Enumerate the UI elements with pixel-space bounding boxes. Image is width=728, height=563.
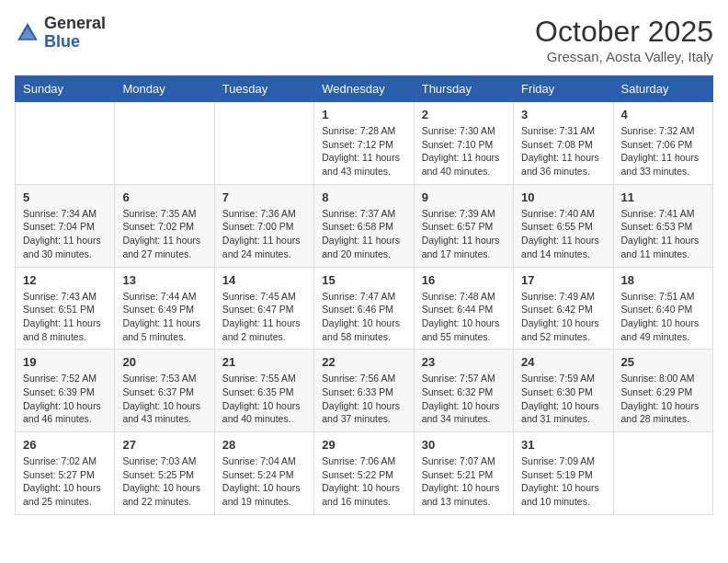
day-info: Sunrise: 7:47 AMSunset: 6:46 PMDaylight:…	[322, 290, 405, 344]
calendar-cell: 4Sunrise: 7:32 AMSunset: 7:06 PMDaylight…	[613, 102, 712, 185]
day-of-week-header: Sunday	[16, 76, 115, 102]
day-info: Sunrise: 7:40 AMSunset: 6:55 PMDaylight:…	[521, 207, 605, 261]
calendar-cell	[214, 102, 313, 185]
day-number: 3	[521, 108, 605, 121]
day-info: Sunrise: 7:28 AMSunset: 7:12 PMDaylight:…	[322, 124, 405, 178]
calendar-cell: 10Sunrise: 7:40 AMSunset: 6:55 PMDayligh…	[514, 184, 613, 267]
calendar-cell: 12Sunrise: 7:43 AMSunset: 6:51 PMDayligh…	[16, 267, 115, 350]
day-number: 19	[23, 355, 107, 369]
logo-blue: Blue	[44, 32, 80, 51]
calendar-cell: 7Sunrise: 7:36 AMSunset: 7:00 PMDaylight…	[214, 184, 313, 267]
calendar-cell: 19Sunrise: 7:52 AMSunset: 6:39 PMDayligh…	[16, 350, 115, 432]
day-number: 14	[222, 273, 306, 287]
day-number: 26	[23, 438, 107, 452]
calendar-cell: 8Sunrise: 7:37 AMSunset: 6:58 PMDaylight…	[314, 184, 414, 267]
calendar-cell: 13Sunrise: 7:44 AMSunset: 6:49 PMDayligh…	[115, 267, 214, 350]
day-number: 24	[521, 355, 605, 369]
month-title: October 2025	[535, 15, 713, 49]
day-info: Sunrise: 7:59 AMSunset: 6:30 PMDaylight:…	[521, 372, 605, 426]
calendar-cell: 24Sunrise: 7:59 AMSunset: 6:30 PMDayligh…	[514, 350, 613, 432]
day-number: 21	[222, 355, 306, 369]
day-info: Sunrise: 7:45 AMSunset: 6:47 PMDaylight:…	[222, 290, 306, 344]
logo: General Blue	[15, 15, 106, 52]
day-number: 20	[122, 355, 206, 369]
day-info: Sunrise: 7:39 AMSunset: 6:57 PMDaylight:…	[422, 207, 506, 261]
day-info: Sunrise: 7:52 AMSunset: 6:39 PMDaylight:…	[23, 372, 107, 426]
title-block: October 2025 Gressan, Aosta Valley, Ital…	[535, 15, 713, 64]
day-number: 9	[422, 190, 506, 204]
day-of-week-header: Monday	[115, 76, 214, 102]
calendar-cell: 27Sunrise: 7:03 AMSunset: 5:25 PMDayligh…	[115, 432, 214, 515]
calendar-cell: 26Sunrise: 7:02 AMSunset: 5:27 PMDayligh…	[16, 432, 115, 515]
calendar-cell: 3Sunrise: 7:31 AMSunset: 7:08 PMDaylight…	[514, 102, 613, 185]
day-number: 4	[621, 108, 705, 121]
calendar-cell: 22Sunrise: 7:56 AMSunset: 6:33 PMDayligh…	[314, 350, 414, 432]
calendar-cell: 16Sunrise: 7:48 AMSunset: 6:44 PMDayligh…	[414, 267, 513, 350]
calendar-cell: 11Sunrise: 7:41 AMSunset: 6:53 PMDayligh…	[613, 184, 712, 267]
calendar-week-row: 1Sunrise: 7:28 AMSunset: 7:12 PMDaylight…	[16, 102, 713, 185]
day-info: Sunrise: 7:32 AMSunset: 7:06 PMDaylight:…	[621, 124, 705, 178]
day-number: 6	[122, 190, 206, 204]
day-number: 12	[23, 273, 107, 287]
day-info: Sunrise: 7:31 AMSunset: 7:08 PMDaylight:…	[521, 124, 605, 178]
day-info: Sunrise: 7:06 AMSunset: 5:22 PMDaylight:…	[322, 454, 405, 509]
calendar-table: SundayMondayTuesdayWednesdayThursdayFrid…	[15, 75, 713, 515]
calendar-week-row: 19Sunrise: 7:52 AMSunset: 6:39 PMDayligh…	[16, 350, 713, 432]
day-number: 13	[122, 273, 206, 287]
page-header: General Blue October 2025 Gressan, Aosta…	[15, 15, 713, 64]
day-number: 11	[621, 190, 705, 204]
day-number: 28	[222, 438, 306, 452]
day-number: 18	[621, 273, 705, 287]
day-number: 10	[521, 190, 605, 204]
day-info: Sunrise: 7:36 AMSunset: 7:00 PMDaylight:…	[222, 207, 306, 261]
calendar-week-row: 26Sunrise: 7:02 AMSunset: 5:27 PMDayligh…	[16, 432, 713, 515]
day-number: 5	[23, 190, 107, 204]
logo-icon	[15, 20, 40, 46]
day-info: Sunrise: 7:41 AMSunset: 6:53 PMDaylight:…	[621, 207, 705, 261]
calendar-cell: 30Sunrise: 7:07 AMSunset: 5:21 PMDayligh…	[414, 432, 513, 515]
calendar-cell: 15Sunrise: 7:47 AMSunset: 6:46 PMDayligh…	[314, 267, 414, 350]
day-number: 1	[322, 108, 405, 121]
calendar-cell: 5Sunrise: 7:34 AMSunset: 7:04 PMDaylight…	[16, 184, 115, 267]
day-info: Sunrise: 7:37 AMSunset: 6:58 PMDaylight:…	[322, 207, 405, 261]
day-number: 15	[322, 273, 405, 287]
calendar-header-row: SundayMondayTuesdayWednesdayThursdayFrid…	[16, 76, 713, 102]
day-number: 30	[422, 438, 506, 452]
day-of-week-header: Tuesday	[214, 76, 313, 102]
day-number: 17	[521, 273, 605, 287]
day-info: Sunrise: 7:30 AMSunset: 7:10 PMDaylight:…	[422, 124, 506, 178]
day-info: Sunrise: 7:55 AMSunset: 6:35 PMDaylight:…	[222, 372, 306, 426]
calendar-cell: 25Sunrise: 8:00 AMSunset: 6:29 PMDayligh…	[613, 350, 712, 432]
day-of-week-header: Thursday	[414, 76, 513, 102]
day-number: 31	[521, 438, 605, 452]
day-number: 25	[621, 355, 705, 369]
day-info: Sunrise: 7:35 AMSunset: 7:02 PMDaylight:…	[122, 207, 206, 261]
day-number: 27	[122, 438, 206, 452]
calendar-cell: 23Sunrise: 7:57 AMSunset: 6:32 PMDayligh…	[414, 350, 513, 432]
calendar-cell: 14Sunrise: 7:45 AMSunset: 6:47 PMDayligh…	[214, 267, 313, 350]
day-info: Sunrise: 8:00 AMSunset: 6:29 PMDaylight:…	[621, 372, 705, 426]
day-info: Sunrise: 7:48 AMSunset: 6:44 PMDaylight:…	[422, 290, 506, 344]
calendar-cell: 18Sunrise: 7:51 AMSunset: 6:40 PMDayligh…	[613, 267, 712, 350]
day-number: 29	[322, 438, 405, 452]
calendar-cell: 1Sunrise: 7:28 AMSunset: 7:12 PMDaylight…	[314, 102, 414, 185]
day-info: Sunrise: 7:56 AMSunset: 6:33 PMDaylight:…	[322, 372, 405, 426]
location-subtitle: Gressan, Aosta Valley, Italy	[535, 49, 713, 64]
calendar-cell: 20Sunrise: 7:53 AMSunset: 6:37 PMDayligh…	[115, 350, 214, 432]
day-number: 8	[322, 190, 405, 204]
day-number: 22	[322, 355, 405, 369]
day-info: Sunrise: 7:53 AMSunset: 6:37 PMDaylight:…	[122, 372, 206, 426]
calendar-body: 1Sunrise: 7:28 AMSunset: 7:12 PMDaylight…	[16, 102, 713, 515]
calendar-cell	[115, 102, 214, 185]
day-info: Sunrise: 7:57 AMSunset: 6:32 PMDaylight:…	[422, 372, 506, 426]
day-info: Sunrise: 7:03 AMSunset: 5:25 PMDaylight:…	[122, 454, 206, 509]
day-info: Sunrise: 7:02 AMSunset: 5:27 PMDaylight:…	[23, 454, 107, 509]
day-info: Sunrise: 7:43 AMSunset: 6:51 PMDaylight:…	[23, 290, 107, 344]
day-info: Sunrise: 7:07 AMSunset: 5:21 PMDaylight:…	[422, 454, 506, 509]
day-of-week-header: Wednesday	[314, 76, 414, 102]
calendar-cell: 2Sunrise: 7:30 AMSunset: 7:10 PMDaylight…	[414, 102, 513, 185]
calendar-week-row: 5Sunrise: 7:34 AMSunset: 7:04 PMDaylight…	[16, 184, 713, 267]
calendar-cell: 31Sunrise: 7:09 AMSunset: 5:19 PMDayligh…	[514, 432, 613, 515]
day-info: Sunrise: 7:34 AMSunset: 7:04 PMDaylight:…	[23, 207, 107, 261]
calendar-cell: 6Sunrise: 7:35 AMSunset: 7:02 PMDaylight…	[115, 184, 214, 267]
